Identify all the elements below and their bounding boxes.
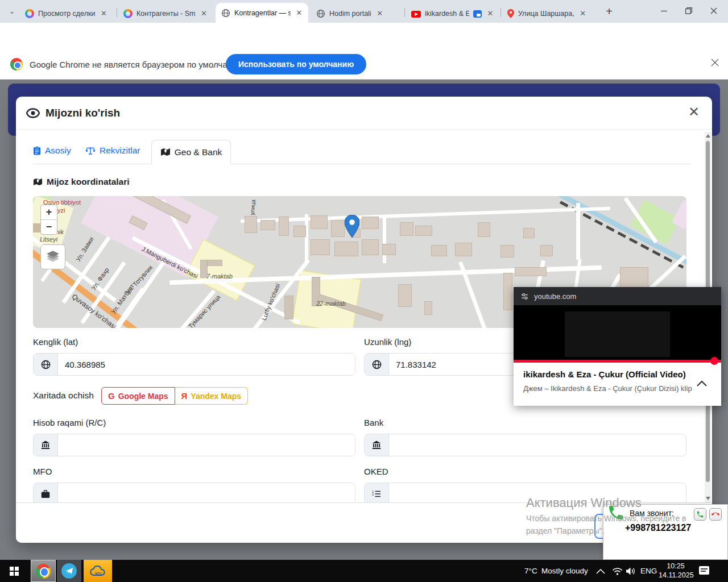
clock[interactable]: 10:25 14.11.2025	[659, 562, 693, 580]
tab-geo-bank-active[interactable]: Geo & Bank	[151, 140, 231, 164]
zoom-out-button[interactable]: −	[41, 220, 57, 235]
zoom-in-button[interactable]: +	[41, 205, 57, 220]
weather-temp[interactable]: 7°C	[524, 567, 537, 575]
close-tab-icon[interactable]: ✕	[295, 9, 304, 18]
taskbar-chrome-button[interactable]	[31, 560, 56, 582]
start-button[interactable]	[5, 560, 27, 582]
lat-input[interactable]	[58, 354, 355, 375]
map-road	[305, 214, 308, 263]
youtube-pip-window[interactable]: youtube.com ikikardesh & Eza - Çukur (Of…	[514, 287, 721, 406]
scroll-up-icon[interactable]	[706, 134, 710, 138]
browser-toolbar: daily-suvi.com/19l/public/mijozlar.php G…	[0, 23, 728, 49]
pip-progress-bar[interactable]	[514, 360, 721, 363]
map-label: 22-maktab	[316, 300, 346, 307]
google-g-icon: G	[108, 391, 115, 401]
tab-label: Rekvizitlar	[100, 146, 140, 156]
decline-call-button[interactable]	[709, 508, 722, 521]
decline-icon	[710, 509, 721, 520]
tray-date: 14.11.2025	[659, 571, 693, 580]
section-title: Mijoz koordinatalari	[33, 177, 130, 187]
yandex-maps-button[interactable]: Я Yandex Maps	[175, 387, 248, 405]
window-minimize-button[interactable]	[651, 0, 676, 22]
map-building	[540, 245, 553, 256]
tray-chevron-up-icon[interactable]	[596, 569, 605, 574]
tab-search-button[interactable]: ⌄	[6, 7, 18, 17]
clipboard-icon	[33, 146, 41, 155]
taskbar-ntc-app-button[interactable]: NTC	[84, 560, 112, 582]
close-tab-icon[interactable]: ✕	[578, 9, 588, 18]
tab-kontragenty[interactable]: Контрагенты - Sm ✕	[118, 5, 214, 23]
map-building	[311, 239, 330, 255]
screen: ⌄ Просмотр сделки ✕ Контрагенты - Sm ✕ K…	[0, 0, 728, 582]
tab-separator	[117, 8, 117, 17]
wifi-icon[interactable]	[612, 567, 623, 575]
taskbar-telegram-button[interactable]	[57, 560, 81, 582]
map-building	[415, 226, 432, 236]
lng-label: Uzunlik (lng)	[364, 337, 411, 347]
tab-youtube[interactable]: ikikardesh & E ✕	[406, 5, 499, 23]
speaker-icon[interactable]	[626, 567, 636, 575]
weather-desc[interactable]: Mostly cloudy	[541, 567, 588, 575]
map-building	[208, 260, 222, 266]
map-building	[362, 217, 379, 229]
map-road	[241, 207, 610, 223]
close-tab-icon[interactable]: ✕	[199, 9, 208, 18]
google-maps-button[interactable]: G Google Maps	[101, 387, 175, 405]
map-layers-button[interactable]	[40, 244, 65, 269]
map-building	[523, 228, 535, 238]
map-icon	[160, 148, 171, 156]
scroll-down-icon[interactable]	[706, 497, 710, 500]
telegram-icon	[61, 563, 77, 579]
map-building	[279, 217, 289, 236]
map-building	[478, 222, 490, 237]
use-default-button[interactable]: Использовать по умолчанию	[226, 54, 366, 74]
google-maps-label: Google Maps	[118, 392, 168, 401]
account-input[interactable]	[58, 434, 355, 456]
map-links: G Google Maps Я Yandex Maps	[101, 387, 248, 405]
notifications-icon[interactable]	[698, 566, 710, 576]
tab-maps[interactable]: Улица Шаршара, ✕	[502, 5, 596, 23]
tab-asosiy[interactable]: Asosiy	[33, 146, 71, 156]
new-tab-button[interactable]: +	[602, 5, 617, 19]
modal-close-icon[interactable]: ✕	[686, 105, 702, 120]
window-restore-button[interactable]	[676, 0, 701, 22]
map-marker[interactable]	[345, 215, 359, 238]
section-title-text: Mijoz koordinatalari	[47, 177, 130, 187]
map-building	[503, 273, 512, 310]
tab-kontragentlar-active[interactable]: Kontragentlar — s ✕	[216, 3, 308, 23]
globe-icon	[221, 9, 230, 18]
bank-icon	[365, 434, 389, 456]
language-indicator[interactable]: ENG	[640, 567, 657, 575]
close-tab-icon[interactable]: ✕	[486, 9, 495, 18]
tray-time: 10:25	[659, 562, 693, 571]
pip-header[interactable]: youtube.com	[514, 287, 721, 305]
infobar-close-icon[interactable]	[708, 56, 722, 69]
tab-deal-view[interactable]: Просмотр сделки ✕	[19, 5, 116, 23]
incoming-call-popup: Вам звонит: +998781223127	[603, 504, 728, 560]
map-building	[382, 244, 396, 255]
map-pin-icon	[507, 9, 514, 18]
answer-call-button[interactable]	[694, 508, 706, 521]
call-label: Вам звонит:	[630, 509, 674, 518]
bank-input[interactable]	[389, 434, 686, 456]
modal-title: Mijozni ko'rish	[46, 107, 120, 119]
oked-input-group: 12	[364, 483, 686, 505]
youtube-icon	[411, 11, 421, 18]
tab-title: Kontragentlar — s	[234, 9, 291, 17]
close-tab-icon[interactable]: ✕	[375, 9, 384, 18]
mfo-input[interactable]	[58, 483, 355, 505]
account-label: Hisob raqami (R/C)	[33, 418, 106, 427]
tab-rekvizitlar[interactable]: Rekvizitlar	[85, 146, 140, 156]
map-building	[455, 243, 472, 256]
lat-input-group	[33, 353, 355, 376]
map-label: Litseyi	[40, 236, 57, 243]
tab-hodim-portali[interactable]: Hodim portali ✕	[311, 5, 403, 23]
map-building	[400, 222, 413, 236]
expand-chevron-icon[interactable]	[697, 380, 707, 386]
window-close-button[interactable]	[701, 0, 726, 22]
pip-progress-knob[interactable]	[710, 357, 718, 365]
oked-input[interactable]	[389, 483, 686, 505]
map-label: 7-maktab	[206, 273, 233, 280]
pip-video-area[interactable]	[514, 305, 721, 360]
close-tab-icon[interactable]: ✕	[99, 9, 108, 18]
